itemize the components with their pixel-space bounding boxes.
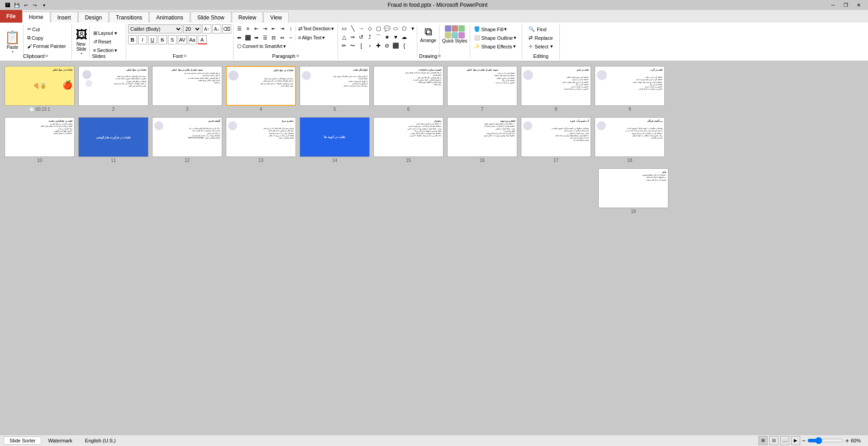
slide-7[interactable]: نمونه هایی از تقلب در مواد غذایی • اضافه… [447,66,517,106]
indent-button2[interactable]: ⇤ [270,24,278,33]
align-text-button[interactable]: ≡ Align Text ▾ [296,34,327,42]
slide-19[interactable]: چای • استفاده از ترکیه و تطوع مصنوعیدر ت… [598,168,668,208]
increase-font-button[interactable]: A↑ [202,24,211,33]
justify-button[interactable]: ☰ [261,33,269,42]
right-arrow[interactable]: ⇒ [348,33,357,41]
freeform-shape[interactable]: ✏ [340,42,348,50]
undo-button[interactable]: ↩ [22,1,30,9]
diamond-shape[interactable]: ◇ [366,24,374,33]
arc-shape[interactable]: ⌒ [374,33,382,41]
font-color-button[interactable]: A [198,35,207,44]
save-button[interactable]: 💾 [13,1,21,9]
slide-3[interactable]: نمونه هایی از تقلب در مواد غذایی از نظر … [152,66,222,106]
tab-home[interactable]: Home [22,12,50,23]
section-button[interactable]: ≡ Section ▾ [91,47,119,54]
cloud-shape[interactable]: ☁ [400,33,408,41]
maximize-button[interactable]: ❐ [840,1,852,9]
callout-shape[interactable]: 💬 [383,24,391,33]
tab-file[interactable]: File [0,10,22,23]
slide-sorter-tab[interactable]: Slide Sorter [4,437,41,445]
tab-view[interactable]: View [263,12,289,23]
italic-button[interactable]: I [138,35,147,44]
line-spacing-button[interactable]: ↕ [287,24,295,33]
numbered-list-button[interactable]: ≡ [244,24,252,33]
bold-button[interactable]: B [128,35,137,44]
brace-shape[interactable]: { [400,42,408,50]
change-case-button[interactable]: Aa [188,35,197,44]
layout-button[interactable]: ⊞ Layout ▾ [91,29,119,37]
rect-shape[interactable]: ▭ [340,24,348,33]
indent-button3[interactable]: ⇥ [278,24,286,33]
tab-review[interactable]: Review [232,12,263,23]
tab-animations[interactable]: Animations [149,12,190,23]
oval-shape[interactable]: ⬭ [391,24,400,33]
bracket-shape[interactable]: [ [357,42,365,50]
slide-14[interactable]: تقلب در ادویه ها [300,117,370,157]
slide-2[interactable]: تقلبات در مواد غذایی دسته بندی انواع تقل… [78,66,148,106]
connector[interactable]: ⤴ [366,33,374,41]
tab-slideshow[interactable]: Slide Show [191,12,231,23]
decrease-indent-button[interactable]: ⇤ [253,24,261,33]
chevron-shape[interactable]: › [366,42,374,50]
zoom-out-button[interactable]: − [802,437,806,444]
convert-smartart-button[interactable]: ⬡ Convert to SmartArt ▾ [235,43,288,50]
tab-transitions[interactable]: Transitions [109,12,149,23]
reset-button[interactable]: ↺ Reset [91,38,119,46]
bullet-list-button[interactable]: ☰ [235,24,243,33]
slide-5[interactable]: انواع دیگر تقلب از طریق بیابانی: پخت مغز… [300,66,370,106]
increase-indent-button[interactable]: ⇥ [261,24,269,33]
slide-8[interactable]: تقلب در شیر • اضافه کردن شیره های مختلف•… [521,66,591,106]
replace-button[interactable]: ⇄ Replace [526,34,556,42]
format-painter-button[interactable]: 🖌 Format Painter [25,43,68,50]
close-button[interactable]: ✕ [853,1,864,9]
zoom-in-button[interactable]: + [845,437,849,444]
shadow-button[interactable]: S [168,35,177,44]
shape-fill-button[interactable]: 🪣 Shape Fill ▾ [472,25,518,33]
slide-10[interactable]: تقلب در خشکبار و ماست فرآیند پخش آرد و ر… [5,117,75,157]
decrease-font-button[interactable]: A↓ [212,24,221,33]
redo-button[interactable]: ↪ [31,1,39,9]
copy-button[interactable]: ⧉ Copy [25,34,68,42]
heart-shape[interactable]: ♥ [391,33,400,41]
align-center-button[interactable]: ⬛ [244,33,252,42]
clear-format-button[interactable]: ⌫ [222,24,231,33]
line-shape[interactable]: ╲ [348,24,357,33]
font-name-select[interactable]: Calibri (Body) [128,24,182,33]
zoom-slider[interactable] [807,437,844,444]
para-btn6[interactable]: ↔ [287,33,295,42]
slide-4[interactable]: تقلبات در مواد غذایی دسته بندی انواع تقل… [226,66,296,106]
strikethrough-button[interactable]: S [158,35,167,44]
columns-button[interactable]: ⊟ [270,33,278,42]
curved-arrow[interactable]: ↺ [357,33,365,41]
tab-insert[interactable]: Insert [51,12,78,23]
slideshow-view-button[interactable]: ▶ [791,436,800,445]
pentagon-shape[interactable]: ⬠ [400,24,408,33]
slide-13[interactable]: ماهی و مرغ فروش مرغ ترکی های فاسد که در … [226,117,296,157]
slide-9[interactable]: تقلب در گره • اضافه کردن آب به گره• اضاف… [595,66,665,106]
cross-shape[interactable]: ✚ [374,42,382,50]
align-right-button[interactable]: ➡ [253,33,261,42]
minimize-button[interactable]: ─ [827,1,839,9]
new-slide-button[interactable]: 🖼 NewSlide ▾ [74,26,90,57]
drawing-expand-icon[interactable]: ⧉ [438,54,441,58]
slide-15[interactable]: زعفران ۱۱- اضافه کردن اجزای مشابه کردومخ… [373,117,444,157]
arrow-shape[interactable]: → [357,24,365,33]
underline-button[interactable]: U [148,35,157,44]
cut-button[interactable]: ✂ Cut [25,25,68,33]
slide-18[interactable]: رب گوجه فرنگی جوشاندن مخلوط رب کوجه فرنگ… [595,117,665,157]
slide-6[interactable]: اهمیت مبارزه با تقلبات از نظر اقتصادی: م… [373,66,444,106]
slide-1[interactable]: 🍕🥫 تقلبات در مواد غذایی 🍎 [5,66,75,106]
select-button[interactable]: ⊹ Select ▾ [526,43,556,50]
star-shape[interactable]: ★ [383,33,391,41]
font-size-select[interactable]: 20 [183,24,201,33]
paragraph-expand-icon[interactable]: ⧉ [296,54,299,58]
slide-sorter-view-button[interactable]: ⊟ [769,436,778,445]
slide-11[interactable]: تقلبات در فرآورده های گوشتی [78,117,148,157]
customize-qa[interactable]: ▾ [40,1,48,9]
reading-view-button[interactable]: 📖 [780,436,789,445]
normal-view-button[interactable]: ⊞ [758,436,768,445]
slide-16[interactable]: فلفل و زرد چوبه ۱۱- اضافه کردن استاتیستی… [447,117,517,157]
slide-12[interactable]: گوشت قرمز رنگ کردن تش های های قاسم فاسد … [152,117,222,157]
watermark-tab[interactable]: Watermark [42,437,78,445]
find-button[interactable]: 🔍 Find [526,25,556,33]
